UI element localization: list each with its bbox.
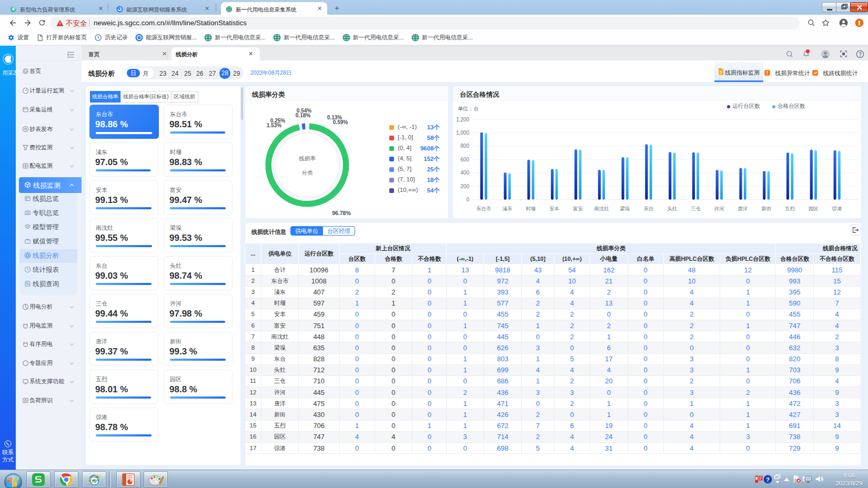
svg-text:600: 600 — [460, 157, 469, 162]
svg-text:800: 800 — [460, 143, 469, 149]
svg-text:富安: 富安 — [573, 206, 583, 211]
svg-text:许河: 许河 — [714, 206, 724, 211]
svg-text:头灶: 头灶 — [667, 206, 678, 211]
svg-text:东台市: 东台市 — [476, 206, 491, 211]
svg-text:?: ? — [766, 476, 770, 483]
svg-text:1,000: 1,000 — [456, 130, 469, 136]
svg-text:溱东: 溱东 — [502, 206, 513, 211]
svg-text:唐洋: 唐洋 — [738, 206, 748, 211]
svg-text:0: 0 — [466, 197, 469, 202]
svg-text:梁垛: 梁垛 — [620, 206, 631, 211]
svg-text:200: 200 — [460, 184, 469, 189]
svg-text:1,200: 1,200 — [456, 117, 469, 123]
svg-text:新街: 新街 — [761, 206, 772, 211]
svg-text:400: 400 — [460, 170, 469, 176]
svg-text:三仓: 三仓 — [691, 206, 701, 211]
svg-text:弶港: 弶港 — [832, 206, 843, 211]
svg-text:园区: 园区 — [809, 206, 819, 211]
svg-text:时堰: 时堰 — [526, 206, 536, 211]
svg-text:五烈: 五烈 — [785, 206, 795, 211]
svg-text:南沈灶: 南沈灶 — [594, 206, 609, 211]
svg-text:安丰: 安丰 — [549, 206, 560, 211]
svg-text:东台: 东台 — [643, 206, 653, 211]
